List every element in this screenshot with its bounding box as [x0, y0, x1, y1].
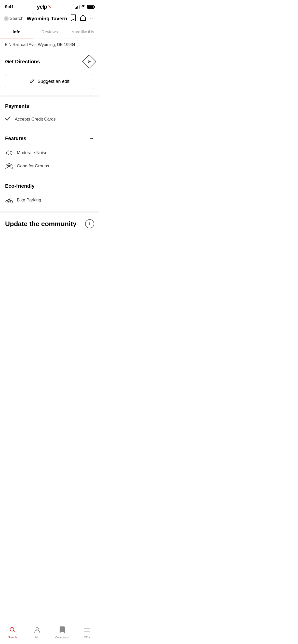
eco-friendly-header: Eco-friendly: [5, 183, 94, 189]
credit-cards-label: Accepts Credit Cards: [15, 117, 56, 122]
back-chevron-icon: ‹: [4, 16, 9, 21]
payments-title: Payments: [5, 103, 29, 109]
nav-bar: ‹ Search Wyoming Tavern ···: [0, 12, 99, 26]
bookmark-button[interactable]: [71, 14, 76, 23]
payments-header: Payments: [5, 103, 94, 109]
svg-point-5: [9, 198, 10, 199]
svg-point-1: [6, 165, 8, 166]
back-button[interactable]: ‹ Search: [4, 16, 23, 21]
eco-friendly-title: Eco-friendly: [5, 183, 35, 189]
section-divider-payments: [0, 95, 99, 97]
tab-reviews[interactable]: Reviews: [33, 26, 66, 38]
navigation-icon: ➤: [87, 59, 91, 64]
groups-icon: [5, 162, 13, 170]
good-for-groups-row: Good for Groups: [5, 159, 94, 173]
status-time: 9:41: [5, 4, 14, 9]
share-button[interactable]: [80, 14, 86, 23]
features-section: Features → Moderate Noise: [0, 129, 99, 177]
good-for-groups-label: Good for Groups: [17, 164, 49, 169]
eco-friendly-section: Eco-friendly Bike Parking: [0, 177, 99, 211]
directions-divider: [5, 72, 94, 72]
bike-parking-row: Bike Parking: [5, 194, 94, 207]
section-divider-community: [0, 211, 99, 213]
checkmark-icon: [5, 116, 11, 122]
get-directions-row[interactable]: Get Directions ➤: [0, 51, 99, 72]
signal-bars-icon: [75, 5, 79, 9]
yelp-logo: yelp: [37, 4, 47, 10]
suggest-edit-button[interactable]: Suggest an edit: [5, 74, 94, 89]
pencil-icon: [30, 78, 35, 85]
more-button[interactable]: ···: [90, 16, 95, 21]
suggest-edit-label: Suggest an edit: [37, 79, 69, 84]
status-center: yelp ✳: [37, 4, 52, 10]
get-directions-label: Get Directions: [5, 59, 40, 65]
battery-icon: [87, 5, 94, 9]
status-icons: [75, 5, 94, 9]
svg-point-2: [11, 165, 12, 166]
features-header[interactable]: Features →: [5, 135, 94, 142]
moderate-noise-row: Moderate Noise: [5, 146, 94, 159]
tab-more-like-this[interactable]: More like this: [66, 26, 99, 38]
update-community-section: Update the community i: [0, 213, 99, 235]
svg-point-0: [8, 164, 10, 166]
tab-info[interactable]: Info: [0, 26, 33, 38]
info-button[interactable]: i: [85, 219, 94, 228]
features-title: Features: [5, 136, 26, 141]
content-area: 5 N Railroad Ave, Wyoming, DE 19934 Get …: [0, 38, 99, 255]
bike-icon: [5, 196, 13, 204]
update-community-title: Update the community: [5, 220, 76, 228]
address-text: 5 N Railroad Ave, Wyoming, DE 19934: [5, 42, 75, 47]
wifi-icon: [81, 5, 86, 9]
back-label: Search: [10, 16, 23, 21]
payments-section: Payments Accepts Credit Cards: [0, 97, 99, 129]
page-title: Wyoming Tavern: [26, 16, 67, 22]
address-row: 5 N Railroad Ave, Wyoming, DE 19934: [0, 38, 99, 51]
status-bar: 9:41 yelp ✳: [0, 0, 99, 12]
directions-icon: ➤: [82, 54, 97, 69]
bike-parking-label: Bike Parking: [17, 198, 41, 203]
nav-actions: ···: [71, 14, 95, 23]
features-arrow-icon: →: [89, 135, 94, 142]
yelp-star-icon: ✳: [48, 4, 52, 10]
tab-bar: Info Reviews More like this: [0, 26, 99, 38]
moderate-noise-label: Moderate Noise: [17, 150, 47, 155]
payment-credit-cards-row: Accepts Credit Cards: [5, 114, 94, 125]
sound-icon: [5, 149, 13, 157]
